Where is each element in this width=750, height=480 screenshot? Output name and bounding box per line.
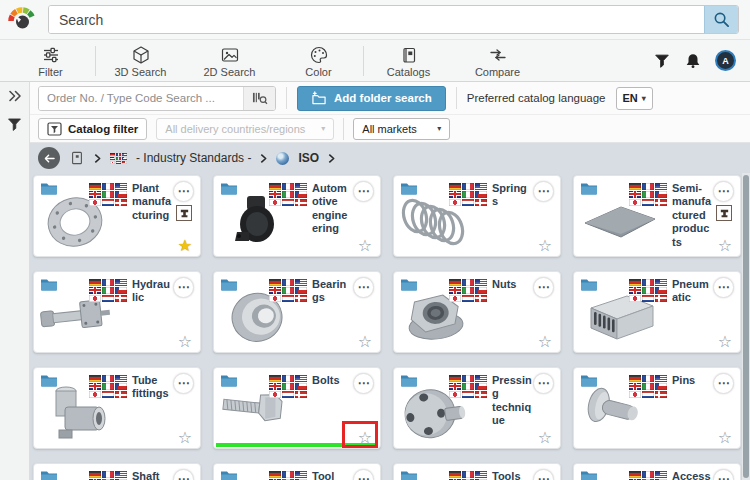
- toolbar-2d-search[interactable]: 2D Search: [185, 43, 274, 78]
- flag-gb: [449, 383, 461, 390]
- flag-dk: [295, 295, 307, 302]
- add-folder-search-button[interactable]: Add folder search: [297, 86, 446, 111]
- card-title: Accessories: [672, 470, 712, 480]
- flag-nl: [102, 295, 114, 302]
- card-menu-button[interactable]: ⋯: [713, 277, 734, 298]
- card-menu-button[interactable]: ⋯: [533, 181, 554, 202]
- card-menu-button[interactable]: ⋯: [713, 373, 734, 394]
- rail-filter-button[interactable]: [6, 116, 23, 133]
- flag-dk: [295, 391, 307, 398]
- catalog-card[interactable]: Pins ⋯ ☆: [573, 367, 741, 449]
- card-title: Tool: [312, 470, 334, 480]
- catalog-card[interactable]: Shaft parts ⋯ ☆: [33, 463, 201, 480]
- toolbar-compare[interactable]: Compare: [453, 43, 542, 78]
- order-number-input[interactable]: [39, 87, 243, 110]
- favorite-star[interactable]: ☆: [358, 430, 372, 446]
- flag-cz: [475, 383, 487, 390]
- expand-panel-button[interactable]: [8, 90, 22, 102]
- card-title: Springs: [492, 182, 532, 209]
- flag-de: [269, 471, 281, 478]
- card-menu-button[interactable]: ⋯: [713, 469, 734, 480]
- catalog-card[interactable]: Springs ⋯ ☆: [393, 175, 561, 257]
- favorite-star[interactable]: ☆: [538, 238, 552, 254]
- catalog-card[interactable]: Bolts ⋯ ☆: [213, 367, 381, 449]
- flag-us: [115, 471, 127, 478]
- type-code-scan-button[interactable]: [243, 87, 275, 110]
- card-menu-button[interactable]: ⋯: [533, 469, 554, 480]
- card-menu-button[interactable]: ⋯: [533, 277, 554, 298]
- catalog-card[interactable]: Tube fittings ⋯ ☆: [33, 367, 201, 449]
- delivery-countries-select[interactable]: All delivery countries/regions ▾: [156, 118, 334, 140]
- catalog-card[interactable]: Hydraulic ⋯ ☆: [33, 271, 201, 353]
- markets-select[interactable]: All markets ▾: [353, 118, 450, 140]
- flag-dk: [655, 295, 667, 302]
- favorite-star[interactable]: ☆: [178, 334, 192, 350]
- search-input[interactable]: [49, 6, 704, 33]
- press-stamp-icon: [719, 208, 730, 219]
- flag-de: [269, 183, 281, 190]
- catalog-card[interactable]: Bearings ⋯ ☆: [213, 271, 381, 353]
- favorite-star[interactable]: ☆: [718, 430, 732, 446]
- main-panel: Add folder search Preferred catalog lang…: [30, 82, 750, 480]
- toolbar-color[interactable]: Color: [274, 43, 363, 78]
- folder-icon: [40, 277, 58, 291]
- favorite-star[interactable]: ☆: [358, 238, 372, 254]
- card-menu-button[interactable]: ⋯: [353, 181, 374, 202]
- card-menu-button[interactable]: ⋯: [173, 277, 194, 298]
- flag-fr: [282, 183, 294, 190]
- favorite-star[interactable]: ☆: [178, 430, 192, 446]
- toolbar-catalogs[interactable]: Catalogs: [364, 43, 453, 78]
- back-button[interactable]: [38, 147, 60, 169]
- card-title: Semi-manufactured products: [672, 182, 712, 249]
- favorite-star[interactable]: ☆: [538, 430, 552, 446]
- filter-funnel-icon: [6, 116, 23, 133]
- flag-dk: [115, 391, 127, 398]
- favorite-star[interactable]: ☆: [538, 334, 552, 350]
- flag-cz: [295, 191, 307, 198]
- catalog-card[interactable]: Tools ⋯ ☆: [393, 463, 561, 480]
- card-menu-button[interactable]: ⋯: [353, 373, 374, 394]
- chevron-down-icon: ▾: [642, 94, 646, 103]
- card-menu-button[interactable]: ⋯: [173, 373, 194, 394]
- catalog-card[interactable]: Pneumatic ⋯ ☆: [573, 271, 741, 353]
- card-menu-button[interactable]: ⋯: [353, 469, 374, 480]
- filter-funnel-icon[interactable]: [653, 52, 671, 70]
- card-menu-button[interactable]: ⋯: [533, 373, 554, 394]
- country-flags: [629, 183, 667, 206]
- flag-dk: [295, 199, 307, 206]
- favorite-star[interactable]: ★: [178, 238, 192, 254]
- breadcrumb-iso[interactable]: ISO: [298, 151, 319, 165]
- catalog-card[interactable]: Plant manufacturing ⋯ ★: [33, 175, 201, 257]
- card-menu-button[interactable]: ⋯: [173, 181, 194, 202]
- catalog-card[interactable]: Pressing technique ⋯ ☆: [393, 367, 561, 449]
- card-menu-button[interactable]: ⋯: [713, 181, 734, 202]
- scrollbar-thumb[interactable]: [743, 175, 749, 478]
- breadcrumb-industry-standards[interactable]: - Industry Standards -: [136, 151, 251, 165]
- flag-fr: [462, 279, 474, 286]
- catalog-card[interactable]: Nuts ⋯ ☆: [393, 271, 561, 353]
- language-select[interactable]: EN ▾: [616, 87, 653, 110]
- flag-de: [629, 183, 641, 190]
- flag-us: [115, 279, 127, 286]
- favorite-star[interactable]: ☆: [718, 334, 732, 350]
- favorite-star[interactable]: ☆: [358, 334, 372, 350]
- search-button[interactable]: [704, 6, 738, 33]
- notifications-bell-icon[interactable]: [684, 52, 702, 70]
- card-menu-button[interactable]: ⋯: [353, 277, 374, 298]
- toolbar-3d-search[interactable]: 3D Search: [96, 43, 185, 78]
- favorite-star[interactable]: ☆: [718, 238, 732, 254]
- toolbar-filter[interactable]: Filter: [6, 43, 95, 78]
- catalog-root-icon[interactable]: [69, 150, 85, 166]
- catalog-card[interactable]: Accessories ⋯ ☆: [573, 463, 741, 480]
- catalog-filter-button[interactable]: Catalog filter: [38, 118, 147, 140]
- flag-jp: [89, 295, 101, 302]
- catalog-card[interactable]: Automotive engineering ⋯ ☆: [213, 175, 381, 257]
- catalog-card[interactable]: Semi-manufactured products ⋯ ☆: [573, 175, 741, 257]
- flag-dk: [115, 199, 127, 206]
- double-chevron-right-icon: [8, 90, 22, 102]
- card-menu-button[interactable]: ⋯: [173, 469, 194, 480]
- catalog-card[interactable]: Tool ⋯ ☆: [213, 463, 381, 480]
- user-avatar[interactable]: A: [715, 50, 736, 71]
- main-toolbar: Filter 3D Search 2D Search: [0, 40, 750, 82]
- flag-nl: [642, 391, 654, 398]
